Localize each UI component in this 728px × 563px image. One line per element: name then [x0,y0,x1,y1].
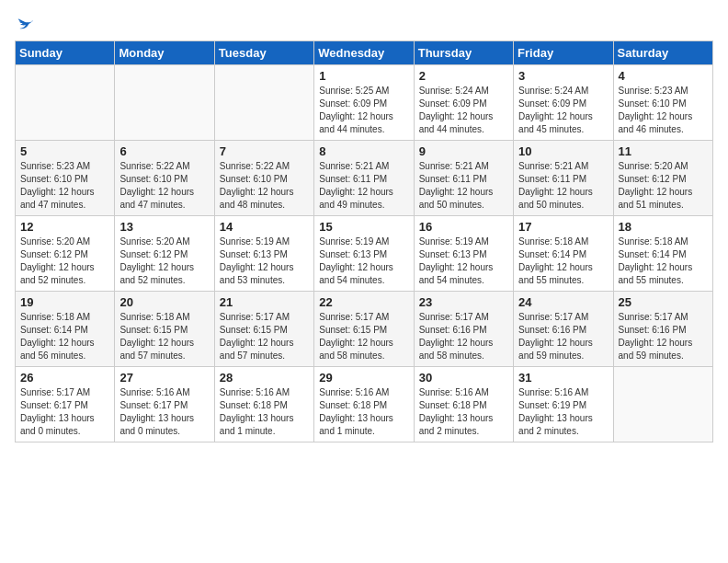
logo-bird-icon [17,15,35,33]
day-info: Sunrise: 5:19 AM Sunset: 6:13 PM Dayligh… [319,236,408,287]
day-info: Sunrise: 5:22 AM Sunset: 6:10 PM Dayligh… [119,160,209,212]
calendar-cell [115,65,214,141]
day-number: 21 [220,295,309,309]
calendar-dow-friday: Friday [514,41,613,65]
logo [15,15,35,33]
day-number: 11 [619,144,708,158]
day-info: Sunrise: 5:24 AM Sunset: 6:09 PM Dayligh… [518,85,608,136]
day-info: Sunrise: 5:18 AM Sunset: 6:14 PM Dayligh… [20,311,109,362]
calendar-table: SundayMondayTuesdayWednesdayThursdayFrid… [15,40,713,442]
calendar-cell: 20Sunrise: 5:18 AM Sunset: 6:15 PM Dayli… [115,292,214,367]
calendar-cell: 8Sunrise: 5:21 AM Sunset: 6:11 PM Daylig… [314,141,414,216]
day-info: Sunrise: 5:17 AM Sunset: 6:17 PM Dayligh… [20,386,109,438]
day-number: 8 [319,144,408,158]
day-number: 18 [619,220,708,234]
day-number: 2 [419,69,508,83]
day-number: 9 [419,144,508,158]
day-info: Sunrise: 5:18 AM Sunset: 6:14 PM Dayligh… [518,236,608,287]
calendar-cell: 13Sunrise: 5:20 AM Sunset: 6:12 PM Dayli… [115,216,214,292]
day-number: 12 [20,220,109,234]
day-number: 1 [319,69,408,83]
calendar-cell: 19Sunrise: 5:18 AM Sunset: 6:14 PM Dayli… [16,292,115,367]
calendar-cell: 4Sunrise: 5:23 AM Sunset: 6:10 PM Daylig… [613,65,712,141]
calendar-week-row: 5Sunrise: 5:23 AM Sunset: 6:10 PM Daylig… [16,141,713,216]
calendar-cell: 9Sunrise: 5:21 AM Sunset: 6:11 PM Daylig… [414,141,513,216]
calendar-cell: 15Sunrise: 5:19 AM Sunset: 6:13 PM Dayli… [314,216,414,292]
calendar-header-row: SundayMondayTuesdayWednesdayThursdayFrid… [16,41,713,65]
day-info: Sunrise: 5:17 AM Sunset: 6:15 PM Dayligh… [220,311,309,362]
calendar-cell: 24Sunrise: 5:17 AM Sunset: 6:16 PM Dayli… [514,292,613,367]
day-info: Sunrise: 5:23 AM Sunset: 6:10 PM Dayligh… [619,85,708,136]
calendar-dow-monday: Monday [115,41,214,65]
day-info: Sunrise: 5:18 AM Sunset: 6:15 PM Dayligh… [119,311,209,362]
day-info: Sunrise: 5:21 AM Sunset: 6:11 PM Dayligh… [419,160,508,212]
calendar-cell [16,65,115,141]
day-number: 30 [419,371,508,385]
day-info: Sunrise: 5:23 AM Sunset: 6:10 PM Dayligh… [20,160,109,212]
calendar-cell: 6Sunrise: 5:22 AM Sunset: 6:10 PM Daylig… [115,141,214,216]
calendar-week-row: 26Sunrise: 5:17 AM Sunset: 6:17 PM Dayli… [16,367,713,442]
day-info: Sunrise: 5:17 AM Sunset: 6:15 PM Dayligh… [319,311,408,362]
day-number: 14 [220,220,309,234]
calendar-cell [613,367,712,442]
calendar-cell [214,65,313,141]
day-number: 20 [119,295,209,309]
day-info: Sunrise: 5:16 AM Sunset: 6:18 PM Dayligh… [220,386,309,438]
calendar-dow-thursday: Thursday [414,41,513,65]
calendar-cell: 28Sunrise: 5:16 AM Sunset: 6:18 PM Dayli… [214,367,313,442]
calendar-week-row: 1Sunrise: 5:25 AM Sunset: 6:09 PM Daylig… [16,65,713,141]
day-number: 16 [419,220,508,234]
calendar-cell: 1Sunrise: 5:25 AM Sunset: 6:09 PM Daylig… [314,65,414,141]
day-number: 26 [20,371,109,385]
day-number: 22 [319,295,408,309]
calendar-cell: 31Sunrise: 5:16 AM Sunset: 6:19 PM Dayli… [514,367,613,442]
calendar-cell: 14Sunrise: 5:19 AM Sunset: 6:13 PM Dayli… [214,216,313,292]
day-info: Sunrise: 5:18 AM Sunset: 6:14 PM Dayligh… [619,236,708,287]
calendar-cell: 10Sunrise: 5:21 AM Sunset: 6:11 PM Dayli… [514,141,613,216]
day-info: Sunrise: 5:16 AM Sunset: 6:19 PM Dayligh… [518,386,608,438]
calendar-cell: 3Sunrise: 5:24 AM Sunset: 6:09 PM Daylig… [514,65,613,141]
day-number: 29 [319,371,408,385]
calendar-cell: 16Sunrise: 5:19 AM Sunset: 6:13 PM Dayli… [414,216,513,292]
day-info: Sunrise: 5:24 AM Sunset: 6:09 PM Dayligh… [419,85,508,136]
day-info: Sunrise: 5:19 AM Sunset: 6:13 PM Dayligh… [419,236,508,287]
calendar-cell: 2Sunrise: 5:24 AM Sunset: 6:09 PM Daylig… [414,65,513,141]
day-number: 19 [20,295,109,309]
calendar-cell: 30Sunrise: 5:16 AM Sunset: 6:18 PM Dayli… [414,367,513,442]
calendar-cell: 11Sunrise: 5:20 AM Sunset: 6:12 PM Dayli… [613,141,712,216]
day-number: 27 [119,371,209,385]
page-header [15,15,713,33]
day-info: Sunrise: 5:22 AM Sunset: 6:10 PM Dayligh… [220,160,309,212]
calendar-cell: 23Sunrise: 5:17 AM Sunset: 6:16 PM Dayli… [414,292,513,367]
day-number: 7 [220,144,309,158]
calendar-cell: 17Sunrise: 5:18 AM Sunset: 6:14 PM Dayli… [514,216,613,292]
day-info: Sunrise: 5:21 AM Sunset: 6:11 PM Dayligh… [518,160,608,212]
day-number: 25 [619,295,708,309]
calendar-cell: 5Sunrise: 5:23 AM Sunset: 6:10 PM Daylig… [16,141,115,216]
day-info: Sunrise: 5:20 AM Sunset: 6:12 PM Dayligh… [20,236,109,287]
day-info: Sunrise: 5:17 AM Sunset: 6:16 PM Dayligh… [518,311,608,362]
day-number: 28 [220,371,309,385]
day-info: Sunrise: 5:19 AM Sunset: 6:13 PM Dayligh… [220,236,309,287]
calendar-cell: 7Sunrise: 5:22 AM Sunset: 6:10 PM Daylig… [214,141,313,216]
day-number: 31 [518,371,608,385]
day-info: Sunrise: 5:20 AM Sunset: 6:12 PM Dayligh… [619,160,708,212]
day-info: Sunrise: 5:25 AM Sunset: 6:09 PM Dayligh… [319,85,408,136]
day-number: 6 [119,144,209,158]
day-info: Sunrise: 5:16 AM Sunset: 6:18 PM Dayligh… [419,386,508,438]
calendar-cell: 25Sunrise: 5:17 AM Sunset: 6:16 PM Dayli… [613,292,712,367]
calendar-cell: 18Sunrise: 5:18 AM Sunset: 6:14 PM Dayli… [613,216,712,292]
calendar-dow-wednesday: Wednesday [314,41,414,65]
calendar-week-row: 12Sunrise: 5:20 AM Sunset: 6:12 PM Dayli… [16,216,713,292]
day-info: Sunrise: 5:17 AM Sunset: 6:16 PM Dayligh… [419,311,508,362]
day-number: 3 [518,69,608,83]
day-number: 15 [319,220,408,234]
day-info: Sunrise: 5:16 AM Sunset: 6:18 PM Dayligh… [319,386,408,438]
calendar-dow-sunday: Sunday [16,41,115,65]
day-number: 13 [119,220,209,234]
day-info: Sunrise: 5:16 AM Sunset: 6:17 PM Dayligh… [119,386,209,438]
day-number: 23 [419,295,508,309]
calendar-cell: 27Sunrise: 5:16 AM Sunset: 6:17 PM Dayli… [115,367,214,442]
calendar-cell: 26Sunrise: 5:17 AM Sunset: 6:17 PM Dayli… [16,367,115,442]
day-number: 17 [518,220,608,234]
